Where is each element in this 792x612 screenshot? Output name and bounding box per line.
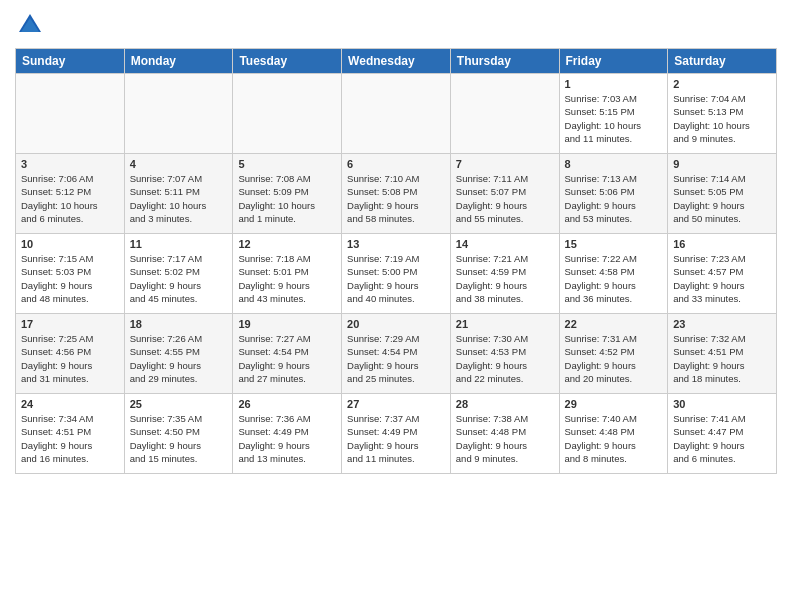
calendar-header-tuesday: Tuesday	[233, 49, 342, 74]
calendar-cell: 8Sunrise: 7:13 AM Sunset: 5:06 PM Daylig…	[559, 154, 668, 234]
day-info: Sunrise: 7:27 AM Sunset: 4:54 PM Dayligh…	[238, 332, 336, 385]
calendar-cell: 14Sunrise: 7:21 AM Sunset: 4:59 PM Dayli…	[450, 234, 559, 314]
calendar-cell	[342, 74, 451, 154]
day-info: Sunrise: 7:04 AM Sunset: 5:13 PM Dayligh…	[673, 92, 771, 145]
header	[15, 10, 777, 40]
day-info: Sunrise: 7:13 AM Sunset: 5:06 PM Dayligh…	[565, 172, 663, 225]
calendar-header-friday: Friday	[559, 49, 668, 74]
calendar-cell: 7Sunrise: 7:11 AM Sunset: 5:07 PM Daylig…	[450, 154, 559, 234]
day-number: 22	[565, 318, 663, 330]
day-info: Sunrise: 7:08 AM Sunset: 5:09 PM Dayligh…	[238, 172, 336, 225]
calendar-cell: 30Sunrise: 7:41 AM Sunset: 4:47 PM Dayli…	[668, 394, 777, 474]
day-info: Sunrise: 7:34 AM Sunset: 4:51 PM Dayligh…	[21, 412, 119, 465]
day-info: Sunrise: 7:32 AM Sunset: 4:51 PM Dayligh…	[673, 332, 771, 385]
day-info: Sunrise: 7:36 AM Sunset: 4:49 PM Dayligh…	[238, 412, 336, 465]
calendar-cell: 24Sunrise: 7:34 AM Sunset: 4:51 PM Dayli…	[16, 394, 125, 474]
calendar-header-monday: Monday	[124, 49, 233, 74]
calendar-cell: 9Sunrise: 7:14 AM Sunset: 5:05 PM Daylig…	[668, 154, 777, 234]
day-number: 8	[565, 158, 663, 170]
day-info: Sunrise: 7:22 AM Sunset: 4:58 PM Dayligh…	[565, 252, 663, 305]
calendar-cell: 1Sunrise: 7:03 AM Sunset: 5:15 PM Daylig…	[559, 74, 668, 154]
day-info: Sunrise: 7:35 AM Sunset: 4:50 PM Dayligh…	[130, 412, 228, 465]
calendar-cell: 20Sunrise: 7:29 AM Sunset: 4:54 PM Dayli…	[342, 314, 451, 394]
day-info: Sunrise: 7:10 AM Sunset: 5:08 PM Dayligh…	[347, 172, 445, 225]
day-info: Sunrise: 7:26 AM Sunset: 4:55 PM Dayligh…	[130, 332, 228, 385]
calendar: SundayMondayTuesdayWednesdayThursdayFrid…	[15, 48, 777, 474]
day-number: 26	[238, 398, 336, 410]
page: SundayMondayTuesdayWednesdayThursdayFrid…	[0, 0, 792, 612]
calendar-cell: 6Sunrise: 7:10 AM Sunset: 5:08 PM Daylig…	[342, 154, 451, 234]
day-info: Sunrise: 7:23 AM Sunset: 4:57 PM Dayligh…	[673, 252, 771, 305]
calendar-cell: 11Sunrise: 7:17 AM Sunset: 5:02 PM Dayli…	[124, 234, 233, 314]
day-info: Sunrise: 7:14 AM Sunset: 5:05 PM Dayligh…	[673, 172, 771, 225]
calendar-cell: 10Sunrise: 7:15 AM Sunset: 5:03 PM Dayli…	[16, 234, 125, 314]
calendar-cell: 18Sunrise: 7:26 AM Sunset: 4:55 PM Dayli…	[124, 314, 233, 394]
day-info: Sunrise: 7:40 AM Sunset: 4:48 PM Dayligh…	[565, 412, 663, 465]
day-number: 6	[347, 158, 445, 170]
day-info: Sunrise: 7:07 AM Sunset: 5:11 PM Dayligh…	[130, 172, 228, 225]
day-number: 18	[130, 318, 228, 330]
calendar-header-saturday: Saturday	[668, 49, 777, 74]
day-number: 17	[21, 318, 119, 330]
calendar-header-sunday: Sunday	[16, 49, 125, 74]
calendar-cell: 25Sunrise: 7:35 AM Sunset: 4:50 PM Dayli…	[124, 394, 233, 474]
day-number: 2	[673, 78, 771, 90]
day-number: 5	[238, 158, 336, 170]
day-number: 16	[673, 238, 771, 250]
day-info: Sunrise: 7:18 AM Sunset: 5:01 PM Dayligh…	[238, 252, 336, 305]
calendar-cell: 22Sunrise: 7:31 AM Sunset: 4:52 PM Dayli…	[559, 314, 668, 394]
day-number: 29	[565, 398, 663, 410]
calendar-cell: 23Sunrise: 7:32 AM Sunset: 4:51 PM Dayli…	[668, 314, 777, 394]
day-number: 27	[347, 398, 445, 410]
calendar-cell	[450, 74, 559, 154]
calendar-week-2: 10Sunrise: 7:15 AM Sunset: 5:03 PM Dayli…	[16, 234, 777, 314]
day-info: Sunrise: 7:11 AM Sunset: 5:07 PM Dayligh…	[456, 172, 554, 225]
calendar-cell: 26Sunrise: 7:36 AM Sunset: 4:49 PM Dayli…	[233, 394, 342, 474]
day-number: 10	[21, 238, 119, 250]
calendar-cell	[233, 74, 342, 154]
calendar-cell: 19Sunrise: 7:27 AM Sunset: 4:54 PM Dayli…	[233, 314, 342, 394]
day-info: Sunrise: 7:21 AM Sunset: 4:59 PM Dayligh…	[456, 252, 554, 305]
day-number: 20	[347, 318, 445, 330]
calendar-cell: 29Sunrise: 7:40 AM Sunset: 4:48 PM Dayli…	[559, 394, 668, 474]
day-number: 13	[347, 238, 445, 250]
calendar-cell: 5Sunrise: 7:08 AM Sunset: 5:09 PM Daylig…	[233, 154, 342, 234]
logo-icon	[15, 10, 45, 40]
day-number: 30	[673, 398, 771, 410]
day-info: Sunrise: 7:38 AM Sunset: 4:48 PM Dayligh…	[456, 412, 554, 465]
day-number: 7	[456, 158, 554, 170]
day-number: 24	[21, 398, 119, 410]
day-number: 9	[673, 158, 771, 170]
day-number: 19	[238, 318, 336, 330]
day-info: Sunrise: 7:17 AM Sunset: 5:02 PM Dayligh…	[130, 252, 228, 305]
calendar-cell: 3Sunrise: 7:06 AM Sunset: 5:12 PM Daylig…	[16, 154, 125, 234]
day-number: 1	[565, 78, 663, 90]
day-number: 23	[673, 318, 771, 330]
calendar-week-3: 17Sunrise: 7:25 AM Sunset: 4:56 PM Dayli…	[16, 314, 777, 394]
calendar-cell: 12Sunrise: 7:18 AM Sunset: 5:01 PM Dayli…	[233, 234, 342, 314]
day-number: 11	[130, 238, 228, 250]
calendar-cell: 28Sunrise: 7:38 AM Sunset: 4:48 PM Dayli…	[450, 394, 559, 474]
day-info: Sunrise: 7:25 AM Sunset: 4:56 PM Dayligh…	[21, 332, 119, 385]
calendar-cell: 13Sunrise: 7:19 AM Sunset: 5:00 PM Dayli…	[342, 234, 451, 314]
day-number: 14	[456, 238, 554, 250]
day-info: Sunrise: 7:19 AM Sunset: 5:00 PM Dayligh…	[347, 252, 445, 305]
calendar-week-4: 24Sunrise: 7:34 AM Sunset: 4:51 PM Dayli…	[16, 394, 777, 474]
day-info: Sunrise: 7:06 AM Sunset: 5:12 PM Dayligh…	[21, 172, 119, 225]
day-number: 12	[238, 238, 336, 250]
logo	[15, 10, 49, 40]
day-info: Sunrise: 7:41 AM Sunset: 4:47 PM Dayligh…	[673, 412, 771, 465]
day-info: Sunrise: 7:29 AM Sunset: 4:54 PM Dayligh…	[347, 332, 445, 385]
calendar-cell: 15Sunrise: 7:22 AM Sunset: 4:58 PM Dayli…	[559, 234, 668, 314]
day-number: 4	[130, 158, 228, 170]
day-info: Sunrise: 7:37 AM Sunset: 4:49 PM Dayligh…	[347, 412, 445, 465]
calendar-cell	[16, 74, 125, 154]
day-info: Sunrise: 7:31 AM Sunset: 4:52 PM Dayligh…	[565, 332, 663, 385]
calendar-header-thursday: Thursday	[450, 49, 559, 74]
day-number: 25	[130, 398, 228, 410]
day-info: Sunrise: 7:15 AM Sunset: 5:03 PM Dayligh…	[21, 252, 119, 305]
calendar-week-1: 3Sunrise: 7:06 AM Sunset: 5:12 PM Daylig…	[16, 154, 777, 234]
calendar-week-0: 1Sunrise: 7:03 AM Sunset: 5:15 PM Daylig…	[16, 74, 777, 154]
calendar-cell: 4Sunrise: 7:07 AM Sunset: 5:11 PM Daylig…	[124, 154, 233, 234]
calendar-cell: 17Sunrise: 7:25 AM Sunset: 4:56 PM Dayli…	[16, 314, 125, 394]
